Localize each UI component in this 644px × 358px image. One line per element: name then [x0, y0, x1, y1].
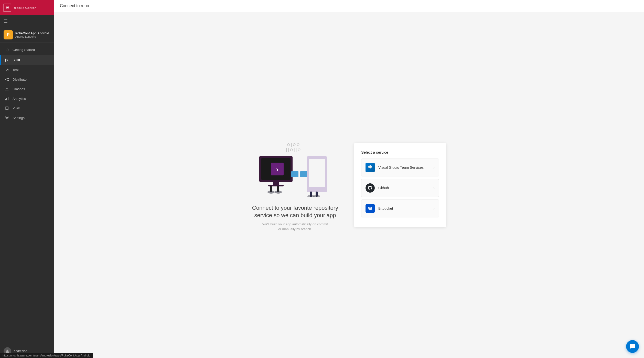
- svg-rect-21: [300, 171, 307, 177]
- sidebar-header: ✳ Mobile Center: [0, 0, 54, 15]
- main-content: Connect to repo O|OO ||O||O ›: [54, 0, 644, 358]
- page-title: Connect to repo: [60, 4, 89, 8]
- sidebar-item-label: Settings: [13, 116, 25, 120]
- settings-icon: [4, 116, 9, 120]
- chat-button[interactable]: [626, 340, 639, 353]
- bitbucket-icon: [366, 204, 375, 213]
- svg-rect-5: [8, 97, 8, 100]
- svg-point-0: [5, 79, 6, 80]
- sidebar-item-label: Push: [13, 106, 20, 110]
- svg-point-6: [6, 117, 8, 119]
- sidebar-item-distribute[interactable]: Distribute: [0, 75, 54, 84]
- service-panel: Select a service Visual Studio Team Serv…: [354, 143, 446, 227]
- sidebar-item-label: Build: [13, 58, 20, 62]
- svg-text:||O||O: ||O||O: [286, 148, 302, 152]
- sidebar-item-label: Getting Started: [13, 48, 35, 52]
- svg-point-1: [8, 78, 9, 79]
- push-icon: ☐: [4, 106, 9, 111]
- sidebar-item-test[interactable]: ⊘ Test: [0, 65, 54, 75]
- svg-rect-14: [273, 182, 279, 185]
- username: andreslon: [14, 349, 27, 353]
- app-subtitle: Andres Londoño: [15, 35, 49, 38]
- distribute-icon: [4, 77, 9, 81]
- vsts-arrow-icon: ›: [433, 165, 435, 170]
- hamburger-menu[interactable]: ☰: [0, 15, 54, 27]
- connect-illustration: O|OO ||O||O ›: [252, 138, 339, 197]
- bitbucket-service-item[interactable]: Bitbucket ›: [361, 199, 439, 217]
- svg-point-28: [369, 208, 371, 209]
- app-avatar: P: [4, 30, 13, 39]
- vsts-service-item[interactable]: Visual Studio Team Services ›: [361, 159, 439, 176]
- svg-point-18: [267, 191, 275, 194]
- github-arrow-icon: ›: [433, 186, 435, 190]
- service-panel-title: Select a service: [361, 150, 439, 154]
- sidebar-item-settings[interactable]: Settings: [0, 113, 54, 122]
- hero-illustration: O|OO ||O||O ›: [252, 138, 339, 231]
- app-title: PokeConf.App.Android: [15, 31, 49, 35]
- app-card[interactable]: P PokeConf.App.Android Andres Londoño: [0, 27, 54, 43]
- sidebar-item-label: Test: [13, 68, 19, 72]
- svg-text:›: ›: [276, 165, 278, 173]
- sidebar-item-push[interactable]: ☐ Push: [0, 103, 54, 113]
- build-icon: ▷: [4, 57, 9, 62]
- sidebar-item-analytics[interactable]: Analytics: [0, 94, 54, 103]
- test-icon: ⊘: [4, 67, 9, 72]
- svg-rect-3: [5, 99, 6, 100]
- github-icon: [366, 183, 375, 193]
- app-info: PokeConf.App.Android Andres Londoño: [15, 31, 49, 38]
- sidebar-item-crashes[interactable]: ⚠ Crashes: [0, 84, 54, 94]
- vsts-label: Visual Studio Team Services: [378, 165, 430, 170]
- getting-started-icon: ⊙: [4, 47, 9, 52]
- hero-subtitle: We'll build your app automatically on co…: [262, 222, 328, 232]
- nav-items: ⊙ Getting Started ▷ Build ⊘ Test Distrib…: [0, 43, 54, 344]
- svg-rect-4: [6, 98, 7, 100]
- vsts-icon: [366, 163, 375, 172]
- crashes-icon: ⚠: [4, 87, 9, 91]
- content-area: O|OO ||O||O ›: [54, 12, 644, 358]
- hero-title: Connect to your favorite repositoryservi…: [252, 204, 338, 219]
- svg-rect-20: [291, 171, 298, 177]
- github-service-item[interactable]: Github ›: [361, 179, 439, 197]
- svg-rect-23: [309, 159, 325, 187]
- sidebar-item-label: Distribute: [13, 78, 27, 81]
- app-name: Mobile Center: [14, 6, 36, 10]
- sidebar: ✳ Mobile Center ☰ P PokeConf.App.Android…: [0, 0, 54, 358]
- analytics-icon: [4, 97, 9, 101]
- svg-text:O|OO: O|OO: [287, 143, 300, 147]
- sidebar-item-label: Crashes: [13, 87, 25, 91]
- sidebar-item-getting-started[interactable]: ⊙ Getting Started: [0, 45, 54, 55]
- svg-point-27: [313, 195, 320, 197]
- app-logo: ✳: [3, 4, 11, 12]
- svg-point-2: [8, 80, 9, 81]
- bitbucket-label: Bitbucket: [378, 206, 430, 210]
- status-bar: https://mobile.azure.com/users/andreslon…: [0, 353, 93, 358]
- topbar: Connect to repo: [54, 0, 644, 12]
- sidebar-item-build[interactable]: ▷ Build: [0, 55, 54, 65]
- bitbucket-arrow-icon: ›: [433, 206, 435, 210]
- github-label: Github: [378, 186, 430, 190]
- svg-point-19: [275, 191, 282, 194]
- sidebar-item-label: Analytics: [13, 97, 26, 101]
